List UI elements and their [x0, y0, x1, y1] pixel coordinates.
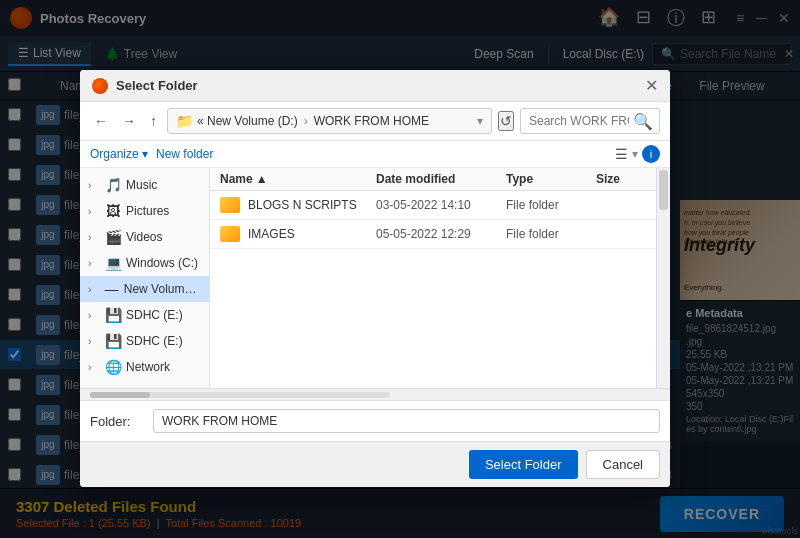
nav-item-videos[interactable]: › 🎬 Videos [80, 224, 209, 250]
dialog-col-size[interactable]: Size [596, 172, 646, 186]
nav-label-music: Music [126, 178, 157, 192]
dialog-file-date-images: 05-05-2022 12:29 [376, 227, 506, 241]
folder-icon-blogs [220, 197, 240, 213]
nav-arrow-videos: › [88, 232, 100, 243]
scrollbar-thumb[interactable] [659, 170, 668, 210]
new-folder-button[interactable]: New folder [156, 147, 213, 161]
nav-arrow-sdhc-e2: › [88, 336, 100, 347]
folder-icon-images [220, 226, 240, 242]
cancel-button[interactable]: Cancel [586, 450, 660, 479]
select-folder-dialog: Select Folder ✕ ← → ↑ 📁 « New Volume (D:… [80, 70, 670, 487]
dialog-close-button[interactable]: ✕ [645, 76, 658, 95]
forward-button[interactable]: → [118, 111, 140, 131]
nav-label-videos: Videos [126, 230, 162, 244]
dialog-file-row-blogs[interactable]: BLOGS N SCRIPTS 03-05-2022 14:10 File fo… [210, 191, 656, 220]
horizontal-scrollbar [80, 388, 670, 400]
sort-asc-icon: ▲ [256, 172, 268, 186]
sdhc-e1-icon: 💾 [104, 307, 122, 323]
dialog-files-header: Name ▲ Date modified Type Size [210, 168, 656, 191]
dialog-title: Select Folder [116, 78, 645, 93]
nav-item-sdhc-e1[interactable]: › 💾 SDHC (E:) [80, 302, 209, 328]
videos-icon: 🎬 [104, 229, 122, 245]
nav-arrow-windows-c: › [88, 258, 100, 269]
h-scrollbar-thumb[interactable] [90, 392, 150, 398]
nav-item-pictures[interactable]: › 🖼 Pictures [80, 198, 209, 224]
dialog-overlay: Select Folder ✕ ← → ↑ 📁 « New Volume (D:… [0, 0, 800, 538]
nav-label-windows-c: Windows (C:) [126, 256, 198, 270]
music-icon: 🎵 [104, 177, 122, 193]
dialog-address-bar: ← → ↑ 📁 « New Volume (D:) › WORK FROM HO… [80, 102, 670, 141]
dialog-col-name[interactable]: Name ▲ [220, 172, 376, 186]
folder-label: Folder: [90, 414, 145, 429]
new-volume-d-icon: — [103, 281, 120, 297]
path-part-1: « New Volume (D:) [197, 114, 298, 128]
dialog-file-row-images[interactable]: IMAGES 05-05-2022 12:29 File folder [210, 220, 656, 249]
dialog-toolbar: Organize ▾ New folder ☰ ▾ i [80, 141, 670, 168]
nav-arrow-sdhc-e1: › [88, 310, 100, 321]
nav-arrow-new-volume-d: › [88, 284, 99, 295]
dialog-col-date-modified[interactable]: Date modified [376, 172, 506, 186]
nav-item-new-volume-d[interactable]: › — New Volume (D [80, 276, 209, 302]
pictures-icon: 🖼 [104, 203, 122, 219]
path-dropdown-icon[interactable]: ▾ [477, 114, 483, 128]
dialog-buttons: Select Folder Cancel [80, 441, 670, 487]
windows-c-icon: 💻 [104, 255, 122, 271]
nav-item-music[interactable]: › 🎵 Music [80, 172, 209, 198]
dialog-file-name-blogs: BLOGS N SCRIPTS [248, 198, 376, 212]
nav-item-network[interactable]: › 🌐 Network [80, 354, 209, 380]
dialog-search-input[interactable] [529, 114, 629, 128]
folder-input[interactable] [153, 409, 660, 433]
dialog-search-box: 🔍 [520, 108, 660, 134]
dialog-file-name-images: IMAGES [248, 227, 376, 241]
nav-label-sdhc-e2: SDHC (E:) [126, 334, 183, 348]
nav-label-sdhc-e1: SDHC (E:) [126, 308, 183, 322]
up-button[interactable]: ↑ [146, 111, 161, 131]
nav-label-pictures: Pictures [126, 204, 169, 218]
dialog-scrollbar[interactable] [656, 168, 670, 388]
path-folder-icon: 📁 [176, 113, 193, 129]
path-separator: › [304, 114, 308, 128]
app-window: Photos Recovery 🏠 ⊟ ⓘ ⊞ ≡ ─ ✕ ☰ List Vie… [0, 0, 800, 538]
dialog-title-bar: Select Folder ✕ [80, 70, 670, 102]
dialog-file-date-blogs: 03-05-2022 14:10 [376, 198, 506, 212]
nav-item-sdhc-e2[interactable]: › 💾 SDHC (E:) [80, 328, 209, 354]
dialog-body: › 🎵 Music › 🖼 Pictures › 🎬 Videos [80, 168, 670, 388]
nav-item-windows-c[interactable]: › 💻 Windows (C:) [80, 250, 209, 276]
address-path[interactable]: 📁 « New Volume (D:) › WORK FROM HOME ▾ [167, 108, 492, 134]
dialog-col-type[interactable]: Type [506, 172, 596, 186]
select-folder-button[interactable]: Select Folder [469, 450, 578, 479]
h-scrollbar-track[interactable] [90, 392, 390, 398]
network-icon: 🌐 [104, 359, 122, 375]
dialog-file-panel: Name ▲ Date modified Type Size BLOGS N S… [210, 168, 656, 388]
sdhc-e2-icon: 💾 [104, 333, 122, 349]
dialog-search-icon: 🔍 [633, 112, 653, 131]
dialog-folder-bar: Folder: [80, 400, 670, 441]
view-toggle-arrow[interactable]: ▾ [632, 147, 638, 161]
view-list-icon[interactable]: ☰ [615, 146, 628, 162]
nav-label-network: Network [126, 360, 170, 374]
back-button[interactable]: ← [90, 111, 112, 131]
view-toggle: ☰ ▾ i [615, 145, 660, 163]
dialog-file-type-images: File folder [506, 227, 596, 241]
dialog-logo-icon [92, 78, 108, 94]
nav-label-new-volume-d: New Volume (D [124, 282, 201, 296]
organize-button[interactable]: Organize ▾ [90, 147, 148, 161]
nav-arrow-pictures: › [88, 206, 100, 217]
nav-arrow-network: › [88, 362, 100, 373]
dialog-file-type-blogs: File folder [506, 198, 596, 212]
refresh-button[interactable]: ↺ [498, 111, 514, 131]
info-button[interactable]: i [642, 145, 660, 163]
path-part-2: WORK FROM HOME [314, 114, 429, 128]
dialog-nav-tree: › 🎵 Music › 🖼 Pictures › 🎬 Videos [80, 168, 210, 388]
nav-arrow-music: › [88, 180, 100, 191]
